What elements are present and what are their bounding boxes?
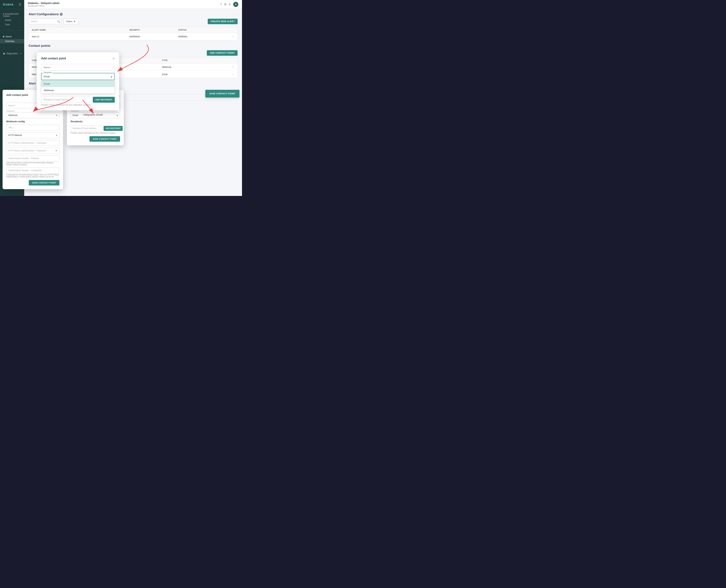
alerts-toolbar: 🔍 Status ▼ CREATE NEW ALERT [28,19,237,24]
modal-add-contact-main: Add contact point × Integration Email ▲ … [37,52,119,110]
dropdown-option-email[interactable]: Email [41,81,115,87]
modal-main-name-input[interactable] [41,64,115,71]
topbar: Diabetes - Delayed Labels Dashboard / Al… [24,0,242,9]
sidebar-item-diagnostics[interactable]: ▣ Diagnostics ↗ [0,51,24,56]
add-recipient-button[interactable]: ADD RECIPIENT [93,97,115,103]
webhook-auth-pass-group: 👁 [6,148,59,153]
modal-main-header: Add contact point × [41,57,115,60]
sidebar-section-alerts: Alerts Overview [0,32,24,46]
diagnostics-icon: ▣ [3,52,5,55]
webhook-basic-auth-user-input[interactable] [6,140,59,146]
dropdown-option-webhook[interactable]: Webhook [41,87,115,93]
webhook-url-group [6,125,59,130]
create-new-alert-button[interactable]: CREATE NEW ALERT [208,19,237,24]
email-modal-recipient-input[interactable] [70,125,102,131]
topbar-icons: ? ⚙ ↻ A [220,2,238,7]
topbar-title-group: Diabetes - Delayed Labels Dashboard / Al… [28,2,60,7]
row-more-icon[interactable]: ⋮ [227,65,234,69]
webhook-auth-scheme-group: Optionally provide a scheme for the Auth… [6,155,59,166]
avatar[interactable]: A [233,2,238,7]
sidebar-item-data[interactable]: Data [0,22,24,27]
breadcrumb: Dashboard / Alerts [28,5,60,7]
recipient-email-input[interactable] [41,96,91,103]
row-more-icon[interactable]: ⋮ [227,35,234,38]
webhook-http-method-select[interactable]: HTTP Method [6,132,59,138]
alerts-table: Alert Name Severity Status Alert #1 WARN… [28,27,237,40]
sidebar-section-diagnostics: ▣ Diagnostics ↗ [0,49,24,58]
status-filter-button[interactable]: Status ▼ [63,19,79,24]
webhook-auth-credentials-group: Credentials for the Authorization header… [6,168,59,178]
alert-config-title: Alert Configurations i [28,13,237,16]
show-password-icon[interactable]: 👁 [55,149,58,152]
help-icon[interactable]: ? [220,3,222,6]
gear-icon[interactable]: ⚙ [224,3,226,6]
menu-icon[interactable]: ☰ [19,3,21,6]
external-link-icon: ↗ [20,52,21,55]
email-modal-recipient-row: ADD RECIPIENT [70,125,120,131]
alerts-table-header: Alert Name Severity Status [29,27,237,33]
sidebar-alerts-label: Alerts [0,34,24,39]
page-title: Diabetes - Delayed Labels [28,2,60,5]
webhook-basic-auth-pass-input[interactable] [6,148,59,153]
search-icon: 🔍 [57,20,60,23]
integration-label: Integration [43,71,53,74]
app-logo: truera [3,3,14,6]
sidebar-item-overview[interactable]: Overview [0,39,24,43]
row-more-icon[interactable]: ⋮ [227,72,234,76]
webhook-auth-scheme-input[interactable] [6,155,59,161]
auth-scheme-helper: Optionally provide a scheme for the Auth… [6,162,59,166]
webhook-url-input[interactable] [6,125,59,130]
webhook-http-method-group: HTTP Method ▼ [6,132,59,138]
contact-points-title: Contact points [28,44,237,48]
email-modal-add-recipient-button[interactable]: ADD RECIPIENT [104,126,123,131]
sidebar-section-label-dashboard: ■ Dashboard Views [0,12,24,18]
alert-config-info-icon: i [60,13,63,16]
refresh-icon[interactable]: ↻ [229,3,231,6]
sidebar-item-model[interactable]: Model [0,18,24,22]
email-row: ADD RECIPIENT [41,96,115,103]
save-contact-point-button-email[interactable]: SAVE CONTACT POINT [89,136,120,142]
integration-email-label: Integration Email [83,113,103,116]
save-contact-point-button-right[interactable]: SAVE CONTACT POINT [205,90,240,98]
modal-webhook-title: Add contact point [6,93,28,97]
chevron-down-icon: ▼ [74,20,76,23]
sidebar-logo: truera ☰ [0,0,24,9]
integration-dropdown: Email Webhook [41,81,115,94]
table-row: Alert #1 WARNING NORMAL ⋮ [29,33,237,40]
webhook-auth-user-group [6,140,59,146]
webhook-integration-select[interactable]: Webhook [6,112,59,118]
search-input[interactable] [28,19,62,24]
search-box: 🔍 [28,19,62,24]
modal-main-close-button[interactable]: × [112,57,115,60]
auth-credentials-helper: Credentials for the Authorization header… [6,174,59,178]
webhook-config-title: Webhook config [6,120,59,123]
modal-main-integration-wrapper: Integration Email ▲ [41,73,115,80]
add-contact-point-button[interactable]: ADD CONTACT POINT [207,50,237,56]
webhook-integration-select-wrapper: Webhook ▼ [6,112,59,118]
modal-main-title: Add contact point [41,57,66,60]
modal-main-integration-select[interactable]: Email [41,73,115,80]
recipients-title: Recipients [70,120,120,123]
helper-text: Provide contact information for this not… [41,104,115,106]
email-modal-helper-text: Provide contact information for this not… [70,132,120,134]
grid-icon: ■ [3,13,4,15]
webhook-auth-credentials-input[interactable] [6,168,59,173]
save-contact-point-button-webhook[interactable]: SAVE CONTACT POINT [29,180,59,186]
sidebar-section-dashboard: ■ Dashboard Views Model Data [0,9,24,29]
